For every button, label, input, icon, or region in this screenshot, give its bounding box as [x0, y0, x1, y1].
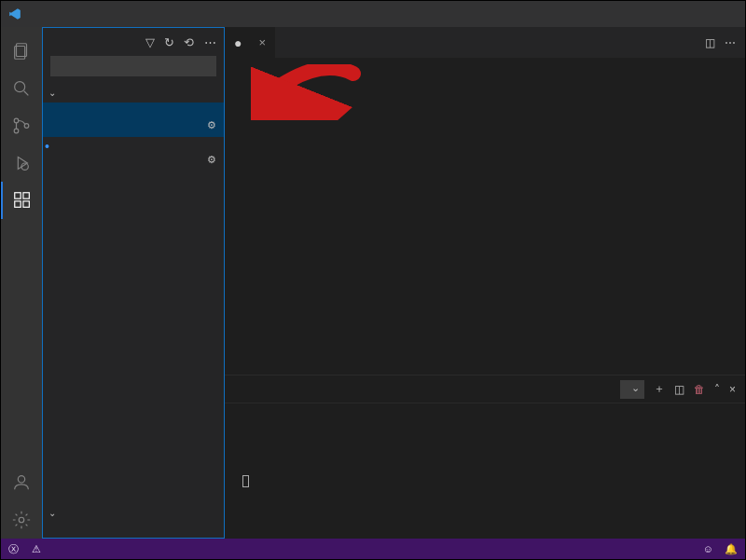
svg-point-4 — [14, 118, 19, 123]
sidebar-header: ▽ ↻ ⟲ ⋯ — [43, 28, 224, 56]
scm-icon[interactable] — [1, 107, 42, 144]
kill-terminal-icon[interactable]: 🗑 — [694, 383, 705, 396]
account-icon[interactable] — [1, 464, 42, 501]
panel-tabs: ＋ ◫ 🗑 ˄ × — [225, 376, 745, 403]
close-panel-icon[interactable]: × — [729, 383, 736, 396]
svg-point-6 — [24, 124, 29, 129]
chevron-down-icon: ⌄ — [48, 88, 56, 98]
menu-terminal[interactable] — [107, 10, 120, 18]
more-icon[interactable]: ⋯ — [204, 35, 216, 49]
filter-icon[interactable]: ▽ — [145, 35, 155, 49]
extensions-list: ⚙ • ⚙ — [43, 102, 224, 171]
alphr-watermark — [735, 5, 736, 24]
svg-point-13 — [18, 476, 24, 483]
editor-body[interactable] — [225, 58, 745, 375]
menu-selection[interactable] — [55, 10, 68, 18]
maximize-panel-icon[interactable]: ˄ — [714, 383, 720, 396]
search-icon[interactable] — [1, 70, 42, 107]
menu-go[interactable] — [81, 10, 94, 18]
svg-rect-9 — [15, 193, 21, 198]
gear-icon[interactable]: ⚙ — [207, 154, 216, 166]
status-feedback-icon[interactable]: ☺ — [703, 543, 713, 554]
modified-dot-icon: • — [45, 142, 49, 151]
activity-bar — [1, 27, 42, 539]
vscode-logo-icon — [8, 7, 21, 20]
settings-gear-icon[interactable] — [1, 501, 42, 539]
close-tab-icon[interactable]: × — [258, 35, 266, 49]
installed-section[interactable]: ⌄ — [43, 82, 224, 102]
status-warnings[interactable]: ⚠ — [32, 543, 45, 555]
menu-view[interactable] — [68, 10, 81, 18]
explorer-icon[interactable] — [1, 33, 42, 70]
split-editor-icon[interactable]: ◫ — [705, 36, 715, 49]
status-errors[interactable]: ⓧ — [8, 542, 22, 556]
svg-point-2 — [15, 82, 25, 92]
menu-help[interactable] — [120, 10, 133, 18]
tab-untitled-1[interactable]: ● × — [225, 27, 276, 58]
terminal-cursor — [242, 475, 249, 487]
terminal-selector[interactable] — [620, 380, 644, 399]
title-bar — [1, 1, 745, 27]
menu-edit[interactable] — [42, 10, 55, 18]
extension-item-sublime[interactable]: • ⚙ — [43, 137, 224, 171]
recommended-empty — [43, 523, 224, 538]
editor-tabs: ● × ◫ ⋯ — [225, 27, 745, 58]
extensions-sidebar: ▽ ↻ ⟲ ⋯ ⌄ ⚙ • — [42, 27, 225, 539]
svg-point-5 — [14, 129, 19, 133]
svg-rect-10 — [15, 201, 21, 207]
extensions-icon[interactable] — [1, 182, 42, 219]
svg-rect-11 — [23, 201, 29, 207]
gear-icon[interactable]: ⚙ — [207, 119, 216, 131]
bottom-panel: ＋ ◫ 🗑 ˄ × — [225, 375, 745, 539]
recommended-section[interactable]: ⌄ — [43, 502, 224, 523]
line-gutter — [225, 58, 262, 375]
svg-rect-12 — [23, 193, 29, 198]
menu-run[interactable] — [94, 10, 107, 18]
menu-file[interactable] — [29, 10, 42, 18]
chevron-down-icon: ⌄ — [48, 508, 56, 518]
new-terminal-icon[interactable]: ＋ — [654, 381, 665, 397]
status-notifications-icon[interactable]: 🔔 — [725, 543, 738, 555]
editor-area: ● × ◫ ⋯ ＋ ◫ � — [225, 27, 745, 539]
clear-icon[interactable]: ⟲ — [184, 35, 194, 49]
svg-point-14 — [19, 517, 24, 523]
code-area[interactable] — [262, 58, 745, 375]
status-bar: ⓧ ⚠ ☺ 🔔 — [1, 539, 745, 559]
menu-bar — [29, 10, 133, 18]
svg-line-3 — [24, 91, 29, 96]
terminal-body[interactable] — [225, 403, 745, 539]
extension-item-jupyter[interactable]: ⚙ — [43, 102, 224, 137]
split-terminal-icon[interactable]: ◫ — [674, 383, 684, 396]
search-extensions-input[interactable] — [50, 56, 216, 76]
refresh-icon[interactable]: ↻ — [164, 35, 174, 49]
debug-icon[interactable] — [1, 144, 42, 182]
more-editor-icon[interactable]: ⋯ — [725, 36, 736, 49]
